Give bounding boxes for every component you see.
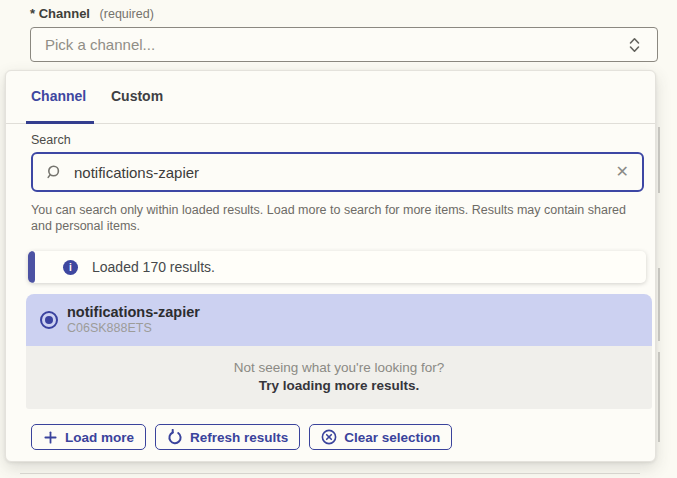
field-label-text: Channel [39,6,90,21]
plus-icon [43,430,58,445]
active-tab-underline [26,121,94,124]
search-input[interactable] [72,163,616,182]
tab-channel[interactable]: Channel [31,88,86,104]
alert-accent-bar [28,251,35,283]
clear-selection-label: Clear selection [344,430,440,445]
refresh-results-label: Refresh results [190,430,288,445]
loaded-results-alert: i Loaded 170 results. [28,251,646,283]
tab-divider [6,123,655,124]
clear-selection-button[interactable]: Clear selection [309,424,452,450]
alert-text: Loaded 170 results. [92,259,215,275]
channel-dropdown-panel: Channel Custom Search ✕ You can search o… [5,70,656,462]
clear-search-icon[interactable]: ✕ [616,164,629,180]
hint-question: Not seeing what you're looking for? [26,359,652,377]
channel-picker-screen: * Channel (required) Pick a channel... C… [0,0,677,478]
radio-dot [45,316,53,324]
required-note: (required) [100,7,154,21]
background-field-edge [658,268,660,341]
select-placeholder: Pick a channel... [45,36,628,53]
not-seeing-hint: Not seeing what you're looking for? Try … [26,346,652,409]
refresh-icon [167,429,183,445]
result-channel-id: C06SK888ETS [67,321,200,336]
actions-toolbar: Load more Refresh results Clear selectio… [31,424,452,450]
search-field: ✕ [31,152,644,192]
field-label: * Channel (required) [30,6,154,21]
background-field-edge [658,352,660,442]
load-more-label: Load more [65,430,134,445]
hint-suggestion: Try loading more results. [26,377,652,395]
required-marker: * [30,6,35,21]
clear-circle-icon [321,429,337,445]
chevron-up-down-icon [628,36,641,54]
search-label: Search [31,133,71,147]
search-help-text: You can search only within loaded result… [31,202,635,234]
channel-select[interactable]: Pick a channel... [30,27,658,62]
info-icon: i [63,260,78,275]
result-option-notifications-zapier[interactable]: notifications-zapier C06SK888ETS [26,294,652,346]
load-more-button[interactable]: Load more [31,424,146,450]
radio-selected-icon[interactable] [40,311,58,329]
background-field-edge [20,473,640,474]
search-icon [46,164,63,181]
tab-custom[interactable]: Custom [111,88,163,104]
refresh-results-button[interactable]: Refresh results [155,424,300,450]
result-title: notifications-zapier [67,304,200,321]
background-field-edge [658,127,660,193]
